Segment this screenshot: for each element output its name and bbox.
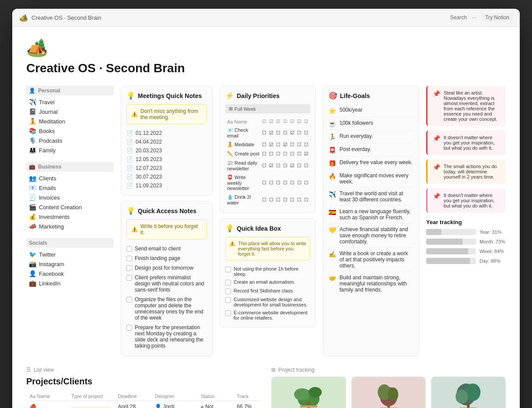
sidebar-item-invoices[interactable]: 🧾Invoices <box>26 193 114 202</box>
col-name: Aa Name <box>226 118 260 125</box>
checkbox[interactable] <box>126 275 132 281</box>
sidebar-item-linkedin[interactable]: 💼LinkedIn <box>26 278 114 288</box>
checkbox[interactable] <box>225 288 231 294</box>
col-d1: ☑ <box>261 118 267 125</box>
sidebar-item-marketing[interactable]: 📣Marketing <box>26 222 114 231</box>
idea-warning: ⚠️ This place will allow you to write ev… <box>225 237 310 260</box>
sidebar-item-travel[interactable]: ✈️Travel <box>26 97 114 107</box>
projects-table: Aa Name Type of project Deadline Designe… <box>26 392 261 408</box>
personal-icon: 👤 <box>29 88 35 94</box>
app-icon: 🏕️ <box>19 14 28 22</box>
checkbox[interactable] <box>225 310 231 316</box>
svg-point-3 <box>308 387 322 397</box>
month-bar-bg <box>426 239 476 245</box>
pin-icon: 📌 <box>433 164 440 171</box>
sidebar-item-content-creation[interactable]: 🎬Content Creation <box>26 202 114 212</box>
daily-priorities-panel: ⚡ Daily Priorities ⊞ Full Week Aa Name ☑… <box>220 86 316 213</box>
bottom-section: ☰ List view Projects/Clients Aa Name Typ… <box>26 367 506 408</box>
life-goals-title: 🎯 Life-Goals <box>329 91 413 100</box>
sidebar-item-clients[interactable]: 👥Clients <box>26 173 114 183</box>
year-bar-fill <box>426 229 441 235</box>
more-button[interactable]: ··· <box>472 14 476 21</box>
goal-item: 🇪🇸Learn a new language fluently, such as… <box>329 206 413 224</box>
sidebar-item-journal[interactable]: 📓Journal <box>26 107 114 116</box>
checkbox[interactable] <box>126 256 132 261</box>
year-tracking-title: Year tracking <box>426 219 506 225</box>
project-card-horizon[interactable]: HorizonHues Project revision <box>351 376 426 408</box>
week-bar-bg <box>426 248 476 254</box>
note-item: Send email to client <box>126 244 207 253</box>
priority-row: 🧘 Medidate ☐ ☑ ☐ ☑ ☐ ☐ ☐ <box>226 141 309 149</box>
week-bar-fill <box>426 248 468 254</box>
list-label: ☰ List view <box>26 367 261 373</box>
quick-access-warning: ⚠️ Write it before you forget it. <box>126 219 207 239</box>
date-item[interactable]: 📄11.09.2023 <box>126 181 207 190</box>
sidebar-item-books[interactable]: 📚Books <box>26 126 114 136</box>
quote-4: 📌 It doesn't matter where you get your i… <box>426 188 506 213</box>
personal-section-label: 👤 Personal <box>26 86 114 95</box>
sidebar-item-twitter[interactable]: 🐦Twitter <box>26 250 114 259</box>
quote-2: 📌 It doesn't matter where you get your i… <box>426 130 506 155</box>
page-title: Creative OS · Second Brain <box>26 61 506 75</box>
checkbox[interactable] <box>225 280 231 285</box>
checkbox[interactable] <box>225 267 231 272</box>
quick-access-icon: 💡 <box>126 207 135 215</box>
sidebar-item-instagram[interactable]: 📸Instagram <box>26 259 114 269</box>
idea-item: Record first Skillshare class. <box>225 287 310 295</box>
titlebar-title: Creative OS · Second Brain <box>32 14 102 21</box>
checkbox[interactable] <box>126 246 132 252</box>
quick-access-panel: 💡 Quick Access Notes ⚠️ Write it before … <box>121 201 213 356</box>
family-icon: 👨‍👩‍👧 <box>29 147 36 154</box>
meetings-panel: 💡 Meetings Quick Notes ⚠️ Don't miss any… <box>121 86 213 196</box>
life-goals-panel: 🎯 Life-Goals ⭐500k/year ☕100k followers … <box>323 86 419 356</box>
sidebar-item-investments[interactable]: 💰Investments <box>26 212 114 222</box>
svg-point-15 <box>456 390 468 404</box>
checkbox[interactable] <box>225 297 231 303</box>
note-item: Design post for tomorrow <box>126 263 207 273</box>
date-item[interactable]: 📄12.05.2023 <box>126 155 207 164</box>
project-card-img <box>431 377 505 408</box>
svg-point-2 <box>294 388 310 401</box>
idea-item: E-commerce website development for onlin… <box>225 309 310 322</box>
project-tracking-label: ⊞ Project tracking <box>271 367 506 373</box>
week-progress: Week: 84% <box>426 248 506 254</box>
checkbox[interactable] <box>126 265 132 271</box>
journal-icon: 📓 <box>29 108 36 115</box>
page-logo: 🏕️ <box>26 37 506 58</box>
idea-item: Not using the phone 1h before sleep. <box>225 265 310 278</box>
business-section-label: 💼 Business <box>26 162 114 172</box>
idea-warning-icon: ⚠️ <box>229 241 235 246</box>
quick-idea-panel: 💡 Quick Idea Box ⚠️ This place will allo… <box>220 218 316 327</box>
status-dot <box>201 406 203 408</box>
checkbox[interactable] <box>126 325 132 331</box>
col-deadline: Deadline <box>115 392 152 401</box>
sidebar-item-podcasts[interactable]: 🎙️Podcasts <box>26 136 114 145</box>
sidebar-item-emails[interactable]: 📧Emails <box>26 183 114 193</box>
sidebar-item-facebook[interactable]: 👤Facebook <box>26 269 114 278</box>
project-card-cloud[interactable]: CloudNine Working... <box>431 376 506 408</box>
svg-rect-5 <box>300 405 317 408</box>
date-item[interactable]: 📄04.04.2022 <box>126 137 207 146</box>
grid-icon: ⊞ <box>271 367 276 373</box>
goal-item: 📮Post everday. <box>329 144 413 157</box>
project-card-zenith[interactable]: ZenithWave Not started <box>271 376 346 408</box>
col2: 💡 Meetings Quick Notes ⚠️ Don't miss any… <box>121 86 213 356</box>
date-item[interactable]: 📄01.12.2022 <box>126 129 207 137</box>
search-button[interactable]: Search <box>450 14 467 21</box>
month-label: Month: 73% <box>480 239 506 244</box>
note-item: Organize the files on the computer and d… <box>126 295 207 323</box>
checkbox[interactable] <box>126 297 132 302</box>
quick-access-title: 💡 Quick Access Notes <box>126 207 207 215</box>
priority-row: 📧 Check email ☐ ☑ ☐ ☐ ☑ ☐ ☐ <box>226 126 309 140</box>
note-item: Prepare for the presentation next Monday… <box>126 323 207 351</box>
project-images: ZenithWave Not started <box>271 376 506 408</box>
try-notion-button[interactable]: Try Notion <box>482 13 513 22</box>
idea-item: Customized website design and developmen… <box>225 295 310 309</box>
date-item[interactable]: 📄12.07.2023 <box>126 164 207 172</box>
date-item[interactable]: 📄30.07.2023 <box>126 172 207 181</box>
main-content: 🏕️ Creative OS · Second Brain 👤 Personal… <box>12 27 520 408</box>
sidebar-item-family[interactable]: 👨‍👩‍👧Family <box>26 145 114 155</box>
projects-title: Projects/Clients <box>26 376 261 387</box>
date-item[interactable]: 📄20.03.2023 <box>126 146 207 155</box>
sidebar-item-meditation[interactable]: 🧘Meditation <box>26 116 114 126</box>
